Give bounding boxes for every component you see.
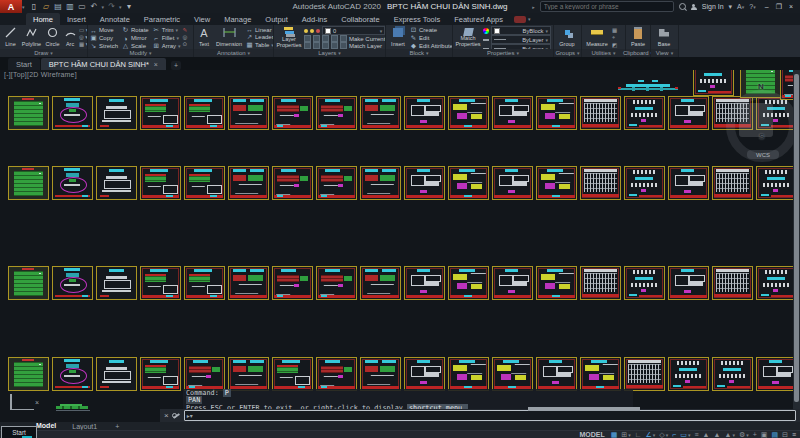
leader-button[interactable]: ↗Leader▾ xyxy=(246,33,273,41)
tab-add-ins[interactable]: Add-ins xyxy=(295,13,334,25)
ribbon-display-toggle-icon[interactable] xyxy=(514,16,526,23)
panel-label-clipboard[interactable]: Clipboard▾ xyxy=(626,49,650,57)
isometric-drafting-icon[interactable]: ◇▾ xyxy=(659,431,668,438)
rectangle-button[interactable]: ▭ ▾ xyxy=(79,27,87,33)
drawing-sheet-d3[interactable] xyxy=(360,166,401,200)
drawing-sheet-d2[interactable] xyxy=(272,266,313,300)
snap-mode-icon[interactable]: ▦ xyxy=(611,431,618,438)
drawing-sheet-plan[interactable] xyxy=(52,266,93,300)
array-button[interactable]: ⊞Array▾ xyxy=(153,42,181,49)
panel-label-properties[interactable]: Properties▾ xyxy=(453,49,553,57)
panel-label-block[interactable]: Block▾ xyxy=(386,49,452,57)
drawing-sheet-f1[interactable] xyxy=(536,357,577,391)
copy-button[interactable]: ▣Copy xyxy=(90,34,118,42)
drawing-sheet-t[interactable] xyxy=(624,357,665,391)
mirror-button[interactable]: ◑Mirror xyxy=(122,34,149,42)
search-expand-icon[interactable]: ▸ xyxy=(532,4,535,10)
erase-button[interactable]: ✎ xyxy=(183,27,188,33)
horizontal-scrollbar-thumb[interactable] xyxy=(528,407,640,411)
drawing-sheet-d1[interactable] xyxy=(140,357,181,391)
drawing-sheet-f1[interactable] xyxy=(668,96,709,130)
layer-tool-icon[interactable] xyxy=(313,35,320,42)
logo-caret-icon[interactable]: ▾ xyxy=(22,4,25,10)
linear-dimension-button[interactable]: ↔Linear▾ xyxy=(246,26,273,33)
match-layer-button[interactable]: Match Layer xyxy=(349,43,382,49)
drawing-sheet-h[interactable] xyxy=(624,166,665,200)
drawing-sheet-d3[interactable] xyxy=(228,357,269,391)
text-button[interactable]: AText xyxy=(196,26,212,48)
drawing-sheet-d2[interactable] xyxy=(184,357,225,391)
viewcube-wcs-menu[interactable]: WCS xyxy=(747,150,779,159)
drawing-sheet-d2[interactable] xyxy=(272,166,313,200)
drawing-sheet-d3[interactable] xyxy=(228,166,269,200)
layer-on-icon[interactable] xyxy=(304,29,308,33)
drawing-sheet-d2[interactable] xyxy=(272,96,313,130)
scale-button[interactable]: △Scale xyxy=(122,42,149,49)
new-layout-button[interactable]: + xyxy=(115,423,119,430)
app-store-icon[interactable]: ▾ xyxy=(729,3,733,11)
layer-tool-icon[interactable] xyxy=(322,42,329,49)
drawing-sheet-f1[interactable] xyxy=(492,96,533,130)
undo-icon-caret[interactable]: ▾ xyxy=(102,4,105,10)
drawing-sheet-d2[interactable] xyxy=(316,357,357,391)
drawing-sheet-iso[interactable] xyxy=(96,357,137,391)
annotation-scale-icon[interactable]: ▲▾ xyxy=(724,431,734,438)
model-space-label[interactable]: MODEL xyxy=(579,431,604,438)
drawing-sheet-t[interactable] xyxy=(712,166,753,200)
make-current-button[interactable]: Make Current xyxy=(349,36,385,42)
drawing-sheet-d3[interactable] xyxy=(360,266,401,300)
graphics-performance-icon[interactable]: ▤ xyxy=(771,431,778,438)
drawing-sheet-t[interactable] xyxy=(712,266,753,300)
plot-icon[interactable]: ▭ xyxy=(78,2,87,11)
drawing-sheet-g1[interactable] xyxy=(536,166,577,200)
vertical-scrollbar-thumb[interactable] xyxy=(794,74,799,402)
drawing-sheet-iso[interactable] xyxy=(96,166,137,200)
quick-select-button[interactable]: ◩ xyxy=(612,42,617,48)
drawing-sheet-d1[interactable] xyxy=(272,357,313,391)
drawing-sheet-list[interactable] xyxy=(8,96,49,130)
annotation-monitor-icon[interactable]: + xyxy=(753,431,757,438)
id-point-button[interactable]: ⌖ xyxy=(612,34,617,41)
trim-button[interactable]: ✂Trim▾ xyxy=(153,26,181,34)
command-recent-icon[interactable]: ▸▾ xyxy=(185,412,195,419)
drawing-sheet-g1[interactable] xyxy=(448,357,489,391)
object-snap-tracking-icon[interactable]: ⌐ xyxy=(672,431,676,438)
group-button[interactable]: Group xyxy=(556,26,578,48)
search-input[interactable] xyxy=(541,3,673,10)
drawing-sheet-g1[interactable] xyxy=(448,266,489,300)
drawing-sheet-t[interactable] xyxy=(580,266,621,300)
drawing-sheet-list[interactable] xyxy=(8,266,49,300)
drawing-sheet-t[interactable] xyxy=(580,166,621,200)
drawing-sheet-f1[interactable] xyxy=(492,166,533,200)
undo-icon[interactable]: ↶ xyxy=(90,2,99,11)
drawing-sheet-h[interactable] xyxy=(668,357,709,391)
explode-button[interactable]: ⊙ xyxy=(183,41,188,47)
drawing-sheet-h[interactable] xyxy=(756,266,797,300)
file-tab-drawing[interactable]: BPTC HẦM CHUI DÂN SINH*× xyxy=(41,58,166,70)
drawing-sheet-f1[interactable] xyxy=(756,357,797,391)
tab-featured-apps[interactable]: Featured Apps xyxy=(447,13,510,25)
drawing-sheet-g1[interactable] xyxy=(580,357,621,391)
polar-tracking-icon[interactable]: ∠▾ xyxy=(646,431,656,438)
sign-in-icon[interactable] xyxy=(691,4,697,10)
close-icon[interactable]: × xyxy=(789,3,793,11)
drawing-sheet-t[interactable] xyxy=(580,96,621,130)
ellipse-button[interactable]: ◎ ▾ xyxy=(79,34,87,40)
drawing-sheet-d1[interactable] xyxy=(184,96,225,130)
drawing-sheet-d3[interactable] xyxy=(228,266,269,300)
drawing-sheet-g1[interactable] xyxy=(536,96,577,130)
panel-label-view[interactable]: View▾ xyxy=(651,49,678,57)
drawing-sheet-f1[interactable] xyxy=(404,357,445,391)
viewcube-south-label[interactable]: S xyxy=(759,132,764,141)
drawing-sheet-h[interactable] xyxy=(624,96,665,130)
circle-button[interactable]: Circle xyxy=(44,26,61,48)
save-icon[interactable]: ▤ xyxy=(54,2,63,11)
culvert-elevation-fragment[interactable] xyxy=(618,78,682,94)
layer-tool-icon[interactable] xyxy=(340,35,347,42)
command-input-box[interactable]: ▸▾ xyxy=(184,410,796,421)
tab-output[interactable]: Output xyxy=(258,13,295,25)
sign-in-button[interactable]: Sign In xyxy=(702,3,724,10)
drawing-sheet-d2[interactable] xyxy=(316,96,357,130)
drawing-sheet-iso[interactable] xyxy=(96,266,137,300)
layer-tool-icon[interactable] xyxy=(304,35,311,42)
